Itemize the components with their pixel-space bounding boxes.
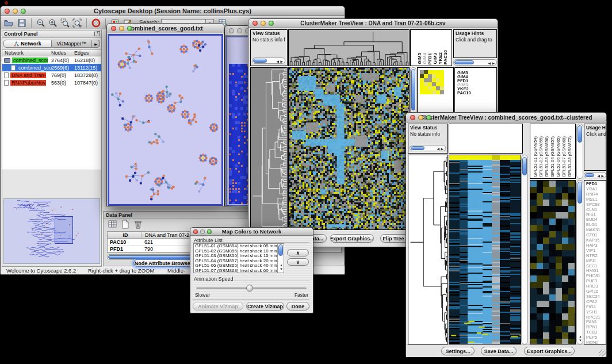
heatmap-pane[interactable] [449,155,521,344]
matrix-cell[interactable] [436,74,440,78]
zoom-in-icon[interactable] [48,18,58,28]
matrix-cell[interactable] [440,86,444,90]
network-window-title-bar[interactable]: combined_scores_good.txt--cluste... [107,24,224,33]
correlation-matrix[interactable] [420,70,444,94]
minimize-icon[interactable] [13,9,18,14]
tab-overflow-icon[interactable]: ▶ [92,40,100,48]
matrix-cell[interactable] [436,78,440,82]
column-labels-pane[interactable]: GPL51-01 (GSM854)GPL51-02 (GSM855)GPL51-… [530,124,576,179]
tab-network[interactable]: Network [3,40,52,48]
column-dendrogram-canvas[interactable] [289,30,409,66]
column-dendrogram-pane[interactable] [288,29,410,66]
matrix-cell[interactable] [432,70,436,74]
minimize-icon[interactable] [119,26,124,31]
scroll-right-icon[interactable]: ▶ [601,174,604,178]
gene-labels-pane[interactable]: PFD1YRA1RNR4MSL1SPC98CLN1NIS1BUD4ELG1MAK… [584,180,606,344]
minimize-icon[interactable] [200,229,205,234]
export-graphics-button[interactable]: Export Graphics... [330,234,374,243]
zoom-out-icon[interactable] [36,18,45,28]
matrix-cell[interactable] [428,74,432,78]
listbox-vscrollbar[interactable]: ▲▼ [277,244,284,273]
scroll-down-icon[interactable]: ▼ [579,339,582,342]
zoom-icon[interactable] [269,21,274,26]
row-dendrogram-pane[interactable] [408,155,448,344]
scroll-left-icon[interactable]: ◀ [437,147,439,151]
attribute-item[interactable]: GPL51-07 (GSM868) heat shock 60 min [194,269,284,273]
usage-hscrollbar[interactable]: ◀▶ [584,172,606,178]
close-icon[interactable] [410,115,415,120]
scroll-left-icon[interactable]: ◀ [276,60,279,63]
zoomed-vscrollbar[interactable]: ▲▼ [576,180,583,344]
col-edges[interactable]: Edges [74,50,89,56]
create-vizmap-button[interactable]: Create Vizmap [246,302,284,311]
settings-button[interactable]: Settings... [441,347,475,355]
birds-eye-canvas[interactable] [4,199,100,263]
speed-slider-thumb[interactable] [246,285,253,292]
select-attributes-icon[interactable] [108,220,117,229]
matrix-cell[interactable] [428,78,432,82]
minimize-icon[interactable] [418,115,423,120]
matrix-cell[interactable] [420,74,424,78]
matrix-cell[interactable] [432,82,436,86]
minimize-icon[interactable] [261,21,266,26]
delete-attribute-trash-icon[interactable] [133,220,143,229]
matrix-cell[interactable] [424,90,428,94]
birds-eye-view[interactable] [3,198,100,264]
scroll-up-icon[interactable]: ▲ [280,263,283,267]
column-dendrogram-pane[interactable] [449,124,523,154]
matrix-cell[interactable] [420,82,424,86]
treeview1-title-bar[interactable]: ClusterMaker TreeView : DNA and Tran 07-… [248,19,498,28]
matrix-cell[interactable] [424,70,428,74]
network-tree-row[interactable]: combined_sco2569(6)13112(15) [2,64,101,71]
close-icon[interactable] [111,26,116,31]
close-icon[interactable] [5,9,10,14]
matrix-cell[interactable] [440,90,444,94]
zoom-selected-icon[interactable] [60,18,70,28]
status-hscrollbar[interactable]: ◀▶ [252,58,285,64]
row-dendrogram-pane[interactable] [250,67,288,230]
matrix-cell[interactable] [424,78,428,82]
treeview2-title-bar[interactable]: ClusterMaker TreeView : combined_scores_… [406,113,606,122]
move-up-button[interactable]: ∧ [287,249,309,256]
zoom-icon[interactable] [127,26,132,31]
heatmap-canvas[interactable] [289,68,409,229]
id-column-header[interactable]: ID [108,232,141,238]
matrix-cell[interactable] [432,78,436,82]
matrix-cell[interactable] [436,82,440,86]
main-title-bar[interactable]: Cytoscape Desktop (Session Name: collins… [1,6,345,16]
network-graph-canvas[interactable] [109,36,223,205]
network-tree-row[interactable]: RNAPuberNov2+I563(0)107847(0) [2,79,101,86]
zoomed-heatmap-canvas[interactable] [530,181,575,344]
save-data-button[interactable]: Save Data... [481,347,517,355]
close-icon[interactable] [229,28,234,33]
dialog-title-bar[interactable]: Map Colors to Network [190,228,313,236]
network-tree-row[interactable]: combined_scores2764(0)16218(0) [2,56,101,64]
resize-grip[interactable] [599,350,606,357]
matrix-cell[interactable] [432,90,436,94]
scroll-right-icon[interactable]: ▶ [280,60,283,63]
row-dendrogram-canvas[interactable] [251,68,287,229]
matrix-cell[interactable] [432,86,436,90]
scroll-left-icon[interactable]: ◀ [597,174,600,178]
zoom-icon[interactable] [21,9,26,14]
new-attribute-icon[interactable] [121,220,130,229]
row-dendrogram-canvas[interactable] [408,155,447,344]
scroll-left-icon[interactable]: ◀ [488,62,491,65]
matrix-cell[interactable] [428,82,432,86]
zoom-fit-icon[interactable] [72,18,82,28]
col-nodes[interactable]: Nodes [51,50,66,56]
zoom-icon[interactable] [207,229,212,234]
zoomed-heatmap-pane[interactable] [530,180,576,344]
network-canvas-area[interactable] [108,34,223,206]
float-panel-icon[interactable] [94,32,100,36]
matrix-cell[interactable] [428,86,432,90]
scroll-right-icon[interactable]: ▶ [441,147,443,151]
heatmap-pane[interactable] [288,67,410,230]
network-tree-row[interactable]: DNA and Tran 07769(0)183728(0) [2,71,101,79]
matrix-cell[interactable] [424,86,428,90]
usage-hscrollbar[interactable]: ◀▶ [453,59,497,66]
matrix-cell[interactable] [428,90,432,94]
save-icon[interactable] [17,18,26,28]
attribute-listbox[interactable]: GPL51-01 (GSM854) heat shock 05 minGPL51… [193,243,284,273]
viewport-rectangle[interactable] [55,216,73,244]
